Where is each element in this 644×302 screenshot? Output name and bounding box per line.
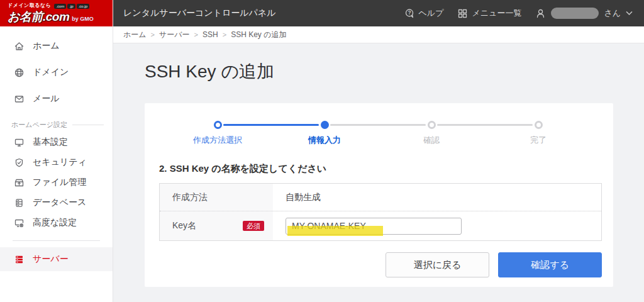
sidebar-item-label: 基本設定 bbox=[33, 137, 68, 148]
sidebar-item-security[interactable]: セキュリティ bbox=[0, 152, 113, 172]
step-dot bbox=[535, 121, 543, 129]
logo-brand-text: お名前.com bbox=[8, 9, 69, 25]
sidebar-divider bbox=[13, 240, 100, 241]
sidebar-item-label: データベース bbox=[33, 197, 86, 208]
breadcrumb-separator: > bbox=[223, 31, 226, 38]
form-heading: 2. SSH Key の名称を設定してください bbox=[159, 163, 613, 175]
sidebar-item-label: メール bbox=[33, 93, 60, 104]
globe-icon bbox=[14, 67, 25, 78]
database-icon bbox=[14, 198, 25, 208]
menu-grid-icon bbox=[457, 8, 468, 19]
user-icon bbox=[535, 8, 546, 19]
user-menu[interactable]: さん bbox=[535, 8, 633, 19]
sidebar-item-label: ホーム bbox=[33, 40, 60, 52]
required-badge: 必須 bbox=[243, 221, 264, 231]
step-dot bbox=[428, 121, 436, 129]
step-complete: 完了 bbox=[485, 121, 592, 146]
sidebar-item-label: セキュリティ bbox=[33, 157, 87, 168]
key-name-input-wrap bbox=[286, 218, 462, 235]
sidebar-item-file-management[interactable]: ファイル管理 bbox=[0, 172, 113, 193]
sidebar-nav: ホーム ドメイン メール ホームページ設定 基本設定 bbox=[0, 26, 113, 271]
breadcrumb-home[interactable]: ホーム bbox=[123, 30, 147, 40]
home-icon bbox=[14, 41, 25, 52]
mail-icon bbox=[14, 94, 25, 104]
logo-tagline: ドメイン取るなら bbox=[8, 2, 51, 9]
row-value: 自動生成 bbox=[273, 184, 601, 211]
help-button[interactable]: ? ヘルプ bbox=[404, 8, 444, 19]
server-icon bbox=[14, 254, 25, 265]
sidebar-item-database[interactable]: データベース bbox=[0, 193, 113, 213]
user-suffix: さん bbox=[604, 8, 621, 19]
row-value bbox=[273, 211, 601, 240]
breadcrumb-current: SSH Key の追加 bbox=[231, 30, 286, 40]
shield-check-icon bbox=[14, 157, 25, 168]
row-label: Key名 必須 bbox=[160, 211, 273, 240]
table-row-key-name: Key名 必須 bbox=[160, 211, 601, 240]
logo-by-gmo: by GMO bbox=[72, 16, 94, 22]
sidebar-item-label: ファイル管理 bbox=[33, 177, 86, 188]
form-actions: 選択に戻る 確認する bbox=[386, 252, 602, 277]
back-to-selection-button[interactable]: 選択に戻る bbox=[386, 252, 489, 277]
monitor-gear-icon bbox=[14, 218, 25, 228]
help-bubble-icon: ? bbox=[404, 8, 415, 19]
breadcrumb-server[interactable]: サーバー bbox=[159, 30, 190, 40]
sidebar-item-label: 高度な設定 bbox=[33, 217, 77, 228]
table-row-method: 作成方法 自動生成 bbox=[160, 184, 601, 211]
row-label: 作成方法 bbox=[160, 184, 273, 211]
step-dot bbox=[214, 121, 222, 129]
svg-text:?: ? bbox=[408, 9, 411, 16]
sidebar-item-label: サーバー bbox=[33, 254, 69, 265]
sidebar: ドメイン取るなら .com .jp .co.jp お名前.com by GMO … bbox=[0, 0, 113, 302]
sidebar-item-mail[interactable]: メール bbox=[0, 86, 113, 112]
key-name-input[interactable] bbox=[286, 218, 462, 235]
breadcrumb: ホーム > サーバー > SSH > SSH Key の追加 bbox=[113, 26, 644, 43]
sidebar-item-basic-settings[interactable]: 基本設定 bbox=[0, 132, 113, 152]
topbar: レンタルサーバーコントロールパネル ? ヘルプ メニュー一覧 さん bbox=[113, 0, 644, 26]
confirm-button[interactable]: 確認する bbox=[498, 252, 602, 277]
sidebar-item-home[interactable]: ホーム bbox=[0, 33, 113, 59]
breadcrumb-separator: > bbox=[194, 31, 198, 38]
sidebar-item-label: ドメイン bbox=[33, 67, 69, 78]
step-dot bbox=[321, 121, 329, 129]
sidebar-item-advanced-settings[interactable]: 高度な設定 bbox=[0, 213, 113, 233]
progress-stepper: 作成方法選択 情報入力 確認 完了 bbox=[164, 121, 592, 146]
form-table: 作成方法 自動生成 Key名 必須 bbox=[159, 183, 602, 241]
sidebar-item-server[interactable]: サーバー bbox=[0, 247, 113, 271]
logo-tld-badges: .com .jp .co.jp bbox=[54, 4, 89, 9]
breadcrumb-separator: > bbox=[151, 31, 155, 38]
chevron-down-icon bbox=[626, 11, 633, 16]
monitor-icon bbox=[14, 137, 25, 148]
sidebar-item-domain[interactable]: ドメイン bbox=[0, 59, 113, 86]
ssh-key-form-card: 作成方法選択 情報入力 確認 完了 2. SSH Key の名称を設定してくださ… bbox=[145, 103, 613, 287]
main-content: SSH Key の追加 作成方法選択 情報入力 確認 完了 2. SSH Key… bbox=[113, 43, 644, 302]
page-title: SSH Key の追加 bbox=[145, 60, 644, 84]
menu-list-button[interactable]: メニュー一覧 bbox=[457, 8, 521, 19]
onamae-logo[interactable]: ドメイン取るなら .com .jp .co.jp お名前.com by GMO bbox=[0, 0, 113, 26]
breadcrumb-ssh[interactable]: SSH bbox=[203, 30, 218, 39]
user-name-redacted bbox=[551, 8, 599, 19]
upload-box-icon bbox=[14, 177, 25, 188]
sidebar-section-homepage-settings: ホームページ設定 bbox=[0, 117, 113, 132]
topbar-title: レンタルサーバーコントロールパネル bbox=[123, 8, 276, 19]
